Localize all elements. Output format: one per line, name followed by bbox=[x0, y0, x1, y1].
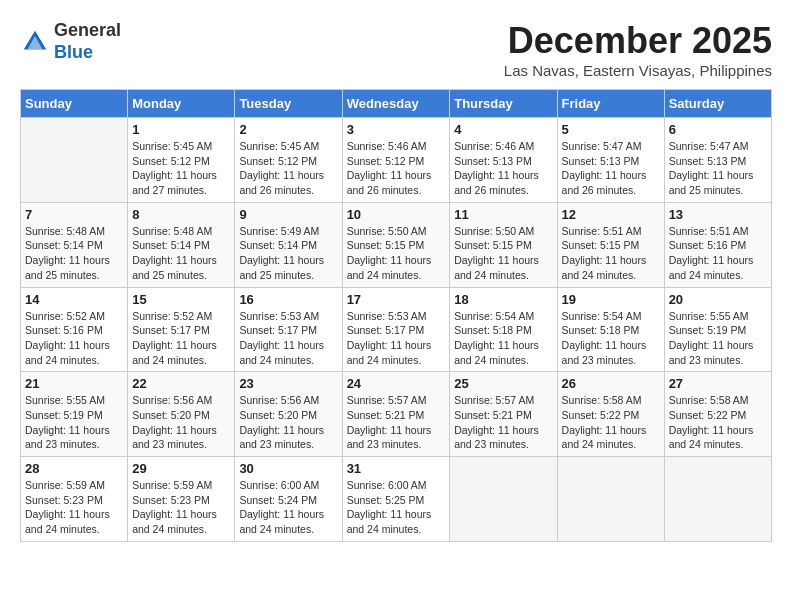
calendar-cell: 30Sunrise: 6:00 AMSunset: 5:24 PMDayligh… bbox=[235, 457, 342, 542]
day-info: Sunrise: 5:55 AMSunset: 5:19 PMDaylight:… bbox=[669, 309, 767, 368]
day-number: 5 bbox=[562, 122, 660, 137]
day-number: 19 bbox=[562, 292, 660, 307]
day-number: 26 bbox=[562, 376, 660, 391]
day-info: Sunrise: 5:51 AMSunset: 5:15 PMDaylight:… bbox=[562, 224, 660, 283]
day-number: 18 bbox=[454, 292, 552, 307]
day-info: Sunrise: 5:48 AMSunset: 5:14 PMDaylight:… bbox=[25, 224, 123, 283]
header-day-wednesday: Wednesday bbox=[342, 90, 450, 118]
day-number: 17 bbox=[347, 292, 446, 307]
header-day-saturday: Saturday bbox=[664, 90, 771, 118]
day-info: Sunrise: 5:45 AMSunset: 5:12 PMDaylight:… bbox=[132, 139, 230, 198]
day-number: 11 bbox=[454, 207, 552, 222]
logo-general-text: General bbox=[54, 20, 121, 40]
day-number: 25 bbox=[454, 376, 552, 391]
day-info: Sunrise: 5:55 AMSunset: 5:19 PMDaylight:… bbox=[25, 393, 123, 452]
calendar-cell: 23Sunrise: 5:56 AMSunset: 5:20 PMDayligh… bbox=[235, 372, 342, 457]
day-info: Sunrise: 5:59 AMSunset: 5:23 PMDaylight:… bbox=[25, 478, 123, 537]
day-info: Sunrise: 5:47 AMSunset: 5:13 PMDaylight:… bbox=[669, 139, 767, 198]
day-number: 4 bbox=[454, 122, 552, 137]
day-number: 12 bbox=[562, 207, 660, 222]
day-info: Sunrise: 5:49 AMSunset: 5:14 PMDaylight:… bbox=[239, 224, 337, 283]
calendar-cell: 17Sunrise: 5:53 AMSunset: 5:17 PMDayligh… bbox=[342, 287, 450, 372]
day-info: Sunrise: 5:57 AMSunset: 5:21 PMDaylight:… bbox=[454, 393, 552, 452]
calendar-cell: 25Sunrise: 5:57 AMSunset: 5:21 PMDayligh… bbox=[450, 372, 557, 457]
calendar-cell: 4Sunrise: 5:46 AMSunset: 5:13 PMDaylight… bbox=[450, 118, 557, 203]
day-number: 7 bbox=[25, 207, 123, 222]
day-number: 20 bbox=[669, 292, 767, 307]
calendar-week-4: 21Sunrise: 5:55 AMSunset: 5:19 PMDayligh… bbox=[21, 372, 772, 457]
day-number: 16 bbox=[239, 292, 337, 307]
calendar-cell: 22Sunrise: 5:56 AMSunset: 5:20 PMDayligh… bbox=[128, 372, 235, 457]
header-day-tuesday: Tuesday bbox=[235, 90, 342, 118]
calendar-cell: 21Sunrise: 5:55 AMSunset: 5:19 PMDayligh… bbox=[21, 372, 128, 457]
day-info: Sunrise: 6:00 AMSunset: 5:25 PMDaylight:… bbox=[347, 478, 446, 537]
day-info: Sunrise: 5:47 AMSunset: 5:13 PMDaylight:… bbox=[562, 139, 660, 198]
calendar-cell: 3Sunrise: 5:46 AMSunset: 5:12 PMDaylight… bbox=[342, 118, 450, 203]
day-number: 21 bbox=[25, 376, 123, 391]
calendar-cell: 7Sunrise: 5:48 AMSunset: 5:14 PMDaylight… bbox=[21, 202, 128, 287]
day-info: Sunrise: 5:50 AMSunset: 5:15 PMDaylight:… bbox=[454, 224, 552, 283]
day-info: Sunrise: 5:54 AMSunset: 5:18 PMDaylight:… bbox=[562, 309, 660, 368]
location-subtitle: Las Navas, Eastern Visayas, Philippines bbox=[504, 62, 772, 79]
calendar-cell: 1Sunrise: 5:45 AMSunset: 5:12 PMDaylight… bbox=[128, 118, 235, 203]
calendar-cell: 13Sunrise: 5:51 AMSunset: 5:16 PMDayligh… bbox=[664, 202, 771, 287]
calendar-cell: 5Sunrise: 5:47 AMSunset: 5:13 PMDaylight… bbox=[557, 118, 664, 203]
day-number: 13 bbox=[669, 207, 767, 222]
header-day-thursday: Thursday bbox=[450, 90, 557, 118]
calendar-table: SundayMondayTuesdayWednesdayThursdayFrid… bbox=[20, 89, 772, 542]
day-number: 6 bbox=[669, 122, 767, 137]
day-number: 1 bbox=[132, 122, 230, 137]
header-day-friday: Friday bbox=[557, 90, 664, 118]
calendar-cell: 26Sunrise: 5:58 AMSunset: 5:22 PMDayligh… bbox=[557, 372, 664, 457]
calendar-cell: 28Sunrise: 5:59 AMSunset: 5:23 PMDayligh… bbox=[21, 457, 128, 542]
calendar-week-3: 14Sunrise: 5:52 AMSunset: 5:16 PMDayligh… bbox=[21, 287, 772, 372]
logo-blue-text: Blue bbox=[54, 42, 93, 62]
month-title: December 2025 bbox=[504, 20, 772, 62]
day-info: Sunrise: 5:46 AMSunset: 5:13 PMDaylight:… bbox=[454, 139, 552, 198]
calendar-cell bbox=[21, 118, 128, 203]
day-info: Sunrise: 5:53 AMSunset: 5:17 PMDaylight:… bbox=[347, 309, 446, 368]
page-header: General Blue December 2025 Las Navas, Ea… bbox=[20, 20, 772, 79]
calendar-cell: 16Sunrise: 5:53 AMSunset: 5:17 PMDayligh… bbox=[235, 287, 342, 372]
header-day-sunday: Sunday bbox=[21, 90, 128, 118]
calendar-cell: 6Sunrise: 5:47 AMSunset: 5:13 PMDaylight… bbox=[664, 118, 771, 203]
day-info: Sunrise: 5:52 AMSunset: 5:17 PMDaylight:… bbox=[132, 309, 230, 368]
day-number: 14 bbox=[25, 292, 123, 307]
calendar-cell: 20Sunrise: 5:55 AMSunset: 5:19 PMDayligh… bbox=[664, 287, 771, 372]
day-number: 22 bbox=[132, 376, 230, 391]
day-info: Sunrise: 5:46 AMSunset: 5:12 PMDaylight:… bbox=[347, 139, 446, 198]
logo: General Blue bbox=[20, 20, 121, 63]
day-info: Sunrise: 5:45 AMSunset: 5:12 PMDaylight:… bbox=[239, 139, 337, 198]
day-info: Sunrise: 5:51 AMSunset: 5:16 PMDaylight:… bbox=[669, 224, 767, 283]
calendar-cell: 31Sunrise: 6:00 AMSunset: 5:25 PMDayligh… bbox=[342, 457, 450, 542]
calendar-cell: 12Sunrise: 5:51 AMSunset: 5:15 PMDayligh… bbox=[557, 202, 664, 287]
day-info: Sunrise: 5:59 AMSunset: 5:23 PMDaylight:… bbox=[132, 478, 230, 537]
calendar-cell: 14Sunrise: 5:52 AMSunset: 5:16 PMDayligh… bbox=[21, 287, 128, 372]
calendar-cell: 10Sunrise: 5:50 AMSunset: 5:15 PMDayligh… bbox=[342, 202, 450, 287]
day-number: 24 bbox=[347, 376, 446, 391]
calendar-cell bbox=[557, 457, 664, 542]
day-info: Sunrise: 5:54 AMSunset: 5:18 PMDaylight:… bbox=[454, 309, 552, 368]
day-number: 8 bbox=[132, 207, 230, 222]
day-number: 9 bbox=[239, 207, 337, 222]
calendar-cell: 29Sunrise: 5:59 AMSunset: 5:23 PMDayligh… bbox=[128, 457, 235, 542]
day-number: 15 bbox=[132, 292, 230, 307]
calendar-cell: 19Sunrise: 5:54 AMSunset: 5:18 PMDayligh… bbox=[557, 287, 664, 372]
day-info: Sunrise: 5:52 AMSunset: 5:16 PMDaylight:… bbox=[25, 309, 123, 368]
calendar-cell bbox=[664, 457, 771, 542]
day-info: Sunrise: 5:48 AMSunset: 5:14 PMDaylight:… bbox=[132, 224, 230, 283]
day-number: 2 bbox=[239, 122, 337, 137]
header-day-monday: Monday bbox=[128, 90, 235, 118]
day-number: 3 bbox=[347, 122, 446, 137]
calendar-cell: 11Sunrise: 5:50 AMSunset: 5:15 PMDayligh… bbox=[450, 202, 557, 287]
day-info: Sunrise: 5:53 AMSunset: 5:17 PMDaylight:… bbox=[239, 309, 337, 368]
calendar-cell: 24Sunrise: 5:57 AMSunset: 5:21 PMDayligh… bbox=[342, 372, 450, 457]
calendar-cell: 27Sunrise: 5:58 AMSunset: 5:22 PMDayligh… bbox=[664, 372, 771, 457]
day-number: 10 bbox=[347, 207, 446, 222]
day-info: Sunrise: 5:56 AMSunset: 5:20 PMDaylight:… bbox=[239, 393, 337, 452]
calendar-header-row: SundayMondayTuesdayWednesdayThursdayFrid… bbox=[21, 90, 772, 118]
calendar-cell: 2Sunrise: 5:45 AMSunset: 5:12 PMDaylight… bbox=[235, 118, 342, 203]
calendar-cell: 8Sunrise: 5:48 AMSunset: 5:14 PMDaylight… bbox=[128, 202, 235, 287]
calendar-week-2: 7Sunrise: 5:48 AMSunset: 5:14 PMDaylight… bbox=[21, 202, 772, 287]
day-info: Sunrise: 5:50 AMSunset: 5:15 PMDaylight:… bbox=[347, 224, 446, 283]
